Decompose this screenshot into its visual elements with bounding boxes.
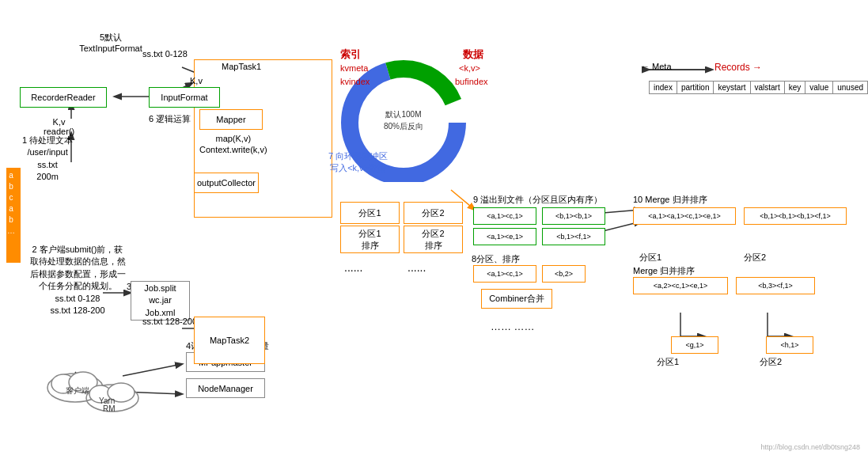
dots-v2: ...... (407, 261, 426, 274)
zone1-label: 分区1 (639, 252, 661, 264)
partition1-box: 分区1 (340, 202, 400, 224)
default-text-label: 5默认 TextInputFormat (71, 32, 150, 53)
meta-arrow-label: ← Meta (641, 62, 672, 71)
spill-r2-c2: <b,1><f,1> (556, 233, 591, 241)
bufindex-label: bufindex (455, 77, 488, 86)
final-zone1-label: 分区1 (657, 356, 679, 368)
spill-r1-c1-box: <a,1><c,1> (473, 207, 536, 225)
orange-bar-text: abcab… (7, 170, 15, 237)
dots-h: …… …… (491, 321, 535, 332)
kvo-label: <k,v> (459, 63, 480, 73)
watermark: http://blog.csdn.net/db0tsng248 (760, 443, 860, 451)
job-split-label: Job.splitwc.jarJob.xml (144, 283, 176, 319)
merge2-a2-box: <a,2><c,1><e,1> (633, 277, 728, 294)
records-table: index partition keystart valstart key va… (649, 81, 868, 94)
kv-b2: <b,2> (555, 270, 573, 278)
output-collector-label: outputCollector (197, 178, 256, 188)
sort-label: 8分区、排序 (472, 253, 520, 265)
mapper-box: Mapper (199, 109, 263, 130)
merge2-b3: <b,3><f,1> (758, 282, 793, 290)
partition2-sort-box: 分区2排序 (404, 226, 463, 253)
merge-result2-box: <b,1><b,1><b,1><f,1> (744, 207, 847, 225)
ss-txt-128-200-label: ss.txt 128-200 (142, 317, 197, 326)
col-keystart: keystart (714, 82, 750, 94)
maptask2-box: MapTask2 (194, 317, 265, 364)
map-kv-label: map(K,v)Context.write(k,v) (199, 133, 267, 156)
kv-arrow-label: K,v (190, 76, 203, 85)
svg-text:RM: RM (103, 404, 116, 413)
kvindex-label: kvindex (340, 77, 370, 86)
spill-r2-c1-box: <a,1><e,1> (473, 228, 536, 245)
kv-b2-box: <b,2> (542, 265, 586, 283)
merge-result1: <a,1><a,1><c,1><e,1> (648, 212, 721, 220)
partition1-label: 分区1 (358, 207, 381, 219)
recorder-reader-label: RecorderReader (31, 93, 95, 102)
final-h1-box: <h,1> (766, 336, 813, 354)
final-g1: <g,1> (685, 341, 703, 349)
input-format-box: InputFormat (149, 87, 220, 108)
recorder-reader-box: RecorderReader (20, 87, 107, 108)
output-collector-box: outputCollector (194, 173, 259, 193)
merge-result2: <b,1><b,1><b,1><f,1> (760, 212, 831, 220)
job-split-box: Job.splitwc.jarJob.xml (131, 281, 190, 321)
kv-a1-c1: <a,1><c,1> (487, 270, 523, 278)
final-zone2-label: 分区2 (760, 356, 782, 368)
col-key: key (784, 82, 805, 94)
spill-r1-c2: <b,1><b,1> (555, 212, 592, 220)
merge-result1-box: <a,1><a,1><c,1><e,1> (633, 207, 736, 225)
partition2-box: 分区2 (404, 202, 463, 224)
merge2-a2: <a,2><c,1><e,1> (654, 282, 708, 290)
ss-txt-0-128-label: ss.txt 0-128 (142, 49, 188, 59)
data-label: 数据 (463, 47, 483, 62)
partition2-label: 分区2 (422, 207, 444, 219)
final-h1: <h,1> (780, 341, 798, 349)
index-label: 索引 (340, 47, 361, 62)
spill-r1-c2-box: <b,1><b,1> (542, 207, 605, 225)
partition1-sort-label: 分区1排序 (358, 228, 381, 251)
spill-r2-c2-box: <b,1><f,1> (542, 228, 605, 245)
spill-label: 9 溢出到文件（分区且区内有序） (473, 194, 602, 206)
client-submit-label: 2 客户端submit()前，获取待处理数据的信息，然后根据参数配置，形成一个任… (22, 244, 133, 317)
maptask2-label: MapTask2 (210, 336, 249, 345)
col-index: index (650, 82, 677, 94)
spill-r2-c1: <a,1><e,1> (487, 233, 523, 241)
col-valstart: valstart (750, 82, 784, 94)
logic-compute-label: 6 逻辑运算 (149, 113, 191, 125)
merge2-b3-box: <b,3><f,1> (736, 277, 815, 294)
col-value: value (805, 82, 833, 94)
partition1-sort-box: 分区1排序 (340, 226, 400, 253)
partition2-sort-label: 分区2排序 (422, 228, 444, 251)
kv-reader-label: K,vreader() (44, 117, 74, 136)
zone2-label: 分区2 (744, 252, 766, 264)
kvmeta-label: kvmeta (340, 63, 368, 73)
yarn-rm-cloud: Yarn RM (83, 370, 142, 415)
col-partition: partition (677, 82, 714, 94)
combiner-label: Combiner合并 (489, 293, 544, 305)
kv-a1-c1-box: <a,1><c,1> (473, 265, 536, 283)
combiner-box: Combiner合并 (481, 289, 552, 309)
records-arrow-label: Records → (714, 62, 762, 73)
mapper-label: Mapper (216, 115, 245, 124)
col-unused: unused (833, 82, 868, 94)
node-manager-label: NodeManager (198, 384, 253, 393)
maptask1-label: MapTask1 (222, 62, 261, 71)
write-label: 7 向环形缓冲区写入<k,v>数据 (328, 150, 388, 175)
node-manager-box: NodeManager (186, 378, 265, 398)
merge-sort2-label: Merge 归并排序 (633, 265, 695, 277)
dots-v1: ...... (344, 261, 362, 274)
spill-r1-c1: <a,1><c,1> (487, 212, 523, 220)
text-file-label: 1 待处理文本/user/inputss.txt200m (22, 135, 73, 184)
final-g1-box: <g,1> (671, 336, 718, 354)
merge-sort-label: 10 Merge 归并排序 (633, 194, 707, 206)
svg-text:默认100M: 默认100M (385, 110, 421, 119)
svg-text:80%后反向: 80%后反向 (384, 122, 423, 131)
input-format-label: InputFormat (161, 93, 207, 102)
